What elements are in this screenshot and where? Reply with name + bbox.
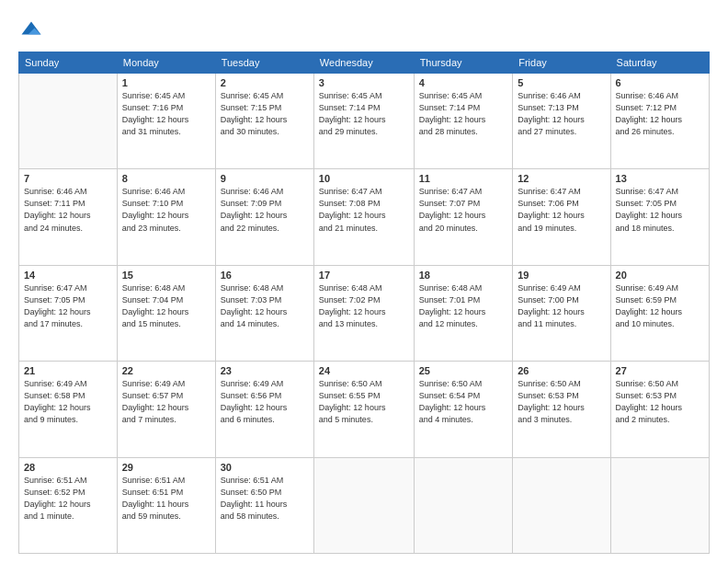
calendar-cell: 20Sunrise: 6:49 AM Sunset: 6:59 PM Dayli… xyxy=(610,265,709,361)
calendar-cell xyxy=(513,457,610,553)
day-number: 9 xyxy=(221,173,309,184)
calendar-cell: 26Sunrise: 6:50 AM Sunset: 6:53 PM Dayli… xyxy=(513,362,610,457)
day-number: 23 xyxy=(221,365,309,376)
week-row-2: 14Sunrise: 6:47 AM Sunset: 7:05 PM Dayli… xyxy=(19,265,710,361)
page: SundayMondayTuesdayWednesdayThursdayFrid… xyxy=(0,0,728,563)
day-detail: Sunrise: 6:50 AM Sunset: 6:53 PM Dayligh… xyxy=(518,378,605,426)
calendar-cell: 17Sunrise: 6:48 AM Sunset: 7:02 PM Dayli… xyxy=(313,265,414,361)
weekday-header-friday: Friday xyxy=(513,52,610,74)
calendar-cell: 11Sunrise: 6:47 AM Sunset: 7:07 PM Dayli… xyxy=(414,169,513,265)
day-number: 19 xyxy=(518,270,605,281)
day-number: 7 xyxy=(24,173,112,184)
day-number: 2 xyxy=(221,77,309,88)
day-detail: Sunrise: 6:47 AM Sunset: 7:05 PM Dayligh… xyxy=(24,282,112,330)
calendar-cell: 13Sunrise: 6:47 AM Sunset: 7:05 PM Dayli… xyxy=(610,169,709,265)
calendar-cell: 10Sunrise: 6:47 AM Sunset: 7:08 PM Dayli… xyxy=(313,169,414,265)
day-number: 27 xyxy=(616,365,704,376)
weekday-header-tuesday: Tuesday xyxy=(215,52,313,74)
day-detail: Sunrise: 6:49 AM Sunset: 7:00 PM Dayligh… xyxy=(518,282,605,330)
calendar-cell: 2Sunrise: 6:45 AM Sunset: 7:15 PM Daylig… xyxy=(215,74,313,169)
day-number: 11 xyxy=(419,173,508,184)
day-detail: Sunrise: 6:50 AM Sunset: 6:54 PM Dayligh… xyxy=(419,378,508,426)
day-detail: Sunrise: 6:47 AM Sunset: 7:08 PM Dayligh… xyxy=(319,186,409,234)
calendar-cell: 9Sunrise: 6:46 AM Sunset: 7:09 PM Daylig… xyxy=(215,169,313,265)
calendar-cell: 24Sunrise: 6:50 AM Sunset: 6:55 PM Dayli… xyxy=(313,362,414,457)
day-number: 1 xyxy=(122,77,210,88)
calendar-cell: 14Sunrise: 6:47 AM Sunset: 7:05 PM Dayli… xyxy=(19,265,118,361)
day-detail: Sunrise: 6:51 AM Sunset: 6:50 PM Dayligh… xyxy=(221,475,309,523)
day-detail: Sunrise: 6:46 AM Sunset: 7:09 PM Dayligh… xyxy=(221,186,309,234)
calendar-cell: 12Sunrise: 6:47 AM Sunset: 7:06 PM Dayli… xyxy=(513,169,610,265)
calendar-cell: 4Sunrise: 6:45 AM Sunset: 7:14 PM Daylig… xyxy=(414,74,513,169)
calendar-cell xyxy=(610,457,709,553)
day-number: 21 xyxy=(24,365,112,376)
day-number: 16 xyxy=(221,270,309,281)
day-number: 22 xyxy=(122,365,210,376)
calendar-cell: 30Sunrise: 6:51 AM Sunset: 6:50 PM Dayli… xyxy=(215,457,313,553)
day-number: 10 xyxy=(319,173,409,184)
weekday-header-sunday: Sunday xyxy=(19,52,118,74)
weekday-header-monday: Monday xyxy=(117,52,215,74)
day-detail: Sunrise: 6:51 AM Sunset: 6:52 PM Dayligh… xyxy=(24,475,112,523)
calendar-table: SundayMondayTuesdayWednesdayThursdayFrid… xyxy=(18,52,710,554)
day-detail: Sunrise: 6:45 AM Sunset: 7:15 PM Dayligh… xyxy=(221,90,309,138)
calendar-cell xyxy=(313,457,414,553)
day-detail: Sunrise: 6:45 AM Sunset: 7:14 PM Dayligh… xyxy=(419,90,508,138)
day-number: 24 xyxy=(319,365,409,376)
day-detail: Sunrise: 6:45 AM Sunset: 7:16 PM Dayligh… xyxy=(122,90,210,138)
day-number: 18 xyxy=(419,270,508,281)
calendar-cell: 21Sunrise: 6:49 AM Sunset: 6:58 PM Dayli… xyxy=(19,362,118,457)
calendar-cell: 1Sunrise: 6:45 AM Sunset: 7:16 PM Daylig… xyxy=(117,74,215,169)
day-detail: Sunrise: 6:49 AM Sunset: 6:59 PM Dayligh… xyxy=(616,282,704,330)
day-detail: Sunrise: 6:49 AM Sunset: 6:57 PM Dayligh… xyxy=(122,378,210,426)
calendar-cell: 23Sunrise: 6:49 AM Sunset: 6:56 PM Dayli… xyxy=(215,362,313,457)
calendar-cell: 15Sunrise: 6:48 AM Sunset: 7:04 PM Dayli… xyxy=(117,265,215,361)
day-number: 4 xyxy=(419,77,508,88)
day-detail: Sunrise: 6:50 AM Sunset: 6:55 PM Dayligh… xyxy=(319,378,409,426)
day-number: 5 xyxy=(518,77,605,88)
calendar-cell: 8Sunrise: 6:46 AM Sunset: 7:10 PM Daylig… xyxy=(117,169,215,265)
calendar-cell xyxy=(414,457,513,553)
calendar-cell: 3Sunrise: 6:45 AM Sunset: 7:14 PM Daylig… xyxy=(313,74,414,169)
day-detail: Sunrise: 6:46 AM Sunset: 7:10 PM Dayligh… xyxy=(122,186,210,234)
day-detail: Sunrise: 6:46 AM Sunset: 7:11 PM Dayligh… xyxy=(24,186,112,234)
day-number: 20 xyxy=(616,270,704,281)
weekday-header-saturday: Saturday xyxy=(610,52,709,74)
logo-icon xyxy=(18,18,44,44)
logo xyxy=(18,18,48,44)
week-row-0: 1Sunrise: 6:45 AM Sunset: 7:16 PM Daylig… xyxy=(19,74,710,169)
day-detail: Sunrise: 6:48 AM Sunset: 7:02 PM Dayligh… xyxy=(319,282,409,330)
weekday-header-wednesday: Wednesday xyxy=(313,52,414,74)
calendar-cell: 28Sunrise: 6:51 AM Sunset: 6:52 PM Dayli… xyxy=(19,457,118,553)
day-number: 26 xyxy=(518,365,605,376)
day-detail: Sunrise: 6:48 AM Sunset: 7:04 PM Dayligh… xyxy=(122,282,210,330)
day-detail: Sunrise: 6:51 AM Sunset: 6:51 PM Dayligh… xyxy=(122,475,210,523)
header xyxy=(18,15,710,44)
day-detail: Sunrise: 6:47 AM Sunset: 7:06 PM Dayligh… xyxy=(518,186,605,234)
day-detail: Sunrise: 6:47 AM Sunset: 7:05 PM Dayligh… xyxy=(616,186,704,234)
day-detail: Sunrise: 6:45 AM Sunset: 7:14 PM Dayligh… xyxy=(319,90,409,138)
calendar-cell: 22Sunrise: 6:49 AM Sunset: 6:57 PM Dayli… xyxy=(117,362,215,457)
calendar-cell xyxy=(19,74,118,169)
day-detail: Sunrise: 6:46 AM Sunset: 7:12 PM Dayligh… xyxy=(616,90,704,138)
day-detail: Sunrise: 6:50 AM Sunset: 6:53 PM Dayligh… xyxy=(616,378,704,426)
calendar-cell: 25Sunrise: 6:50 AM Sunset: 6:54 PM Dayli… xyxy=(414,362,513,457)
day-number: 30 xyxy=(221,462,309,473)
day-number: 17 xyxy=(319,270,409,281)
day-detail: Sunrise: 6:48 AM Sunset: 7:03 PM Dayligh… xyxy=(221,282,309,330)
weekday-header-thursday: Thursday xyxy=(414,52,513,74)
day-detail: Sunrise: 6:48 AM Sunset: 7:01 PM Dayligh… xyxy=(419,282,508,330)
day-number: 25 xyxy=(419,365,508,376)
day-number: 28 xyxy=(24,462,112,473)
day-detail: Sunrise: 6:47 AM Sunset: 7:07 PM Dayligh… xyxy=(419,186,508,234)
weekday-header-row: SundayMondayTuesdayWednesdayThursdayFrid… xyxy=(19,52,710,74)
day-number: 6 xyxy=(616,77,704,88)
calendar-cell: 27Sunrise: 6:50 AM Sunset: 6:53 PM Dayli… xyxy=(610,362,709,457)
day-number: 12 xyxy=(518,173,605,184)
day-number: 14 xyxy=(24,270,112,281)
calendar-cell: 16Sunrise: 6:48 AM Sunset: 7:03 PM Dayli… xyxy=(215,265,313,361)
calendar-cell: 19Sunrise: 6:49 AM Sunset: 7:00 PM Dayli… xyxy=(513,265,610,361)
day-number: 29 xyxy=(122,462,210,473)
day-detail: Sunrise: 6:46 AM Sunset: 7:13 PM Dayligh… xyxy=(518,90,605,138)
calendar-cell: 5Sunrise: 6:46 AM Sunset: 7:13 PM Daylig… xyxy=(513,74,610,169)
